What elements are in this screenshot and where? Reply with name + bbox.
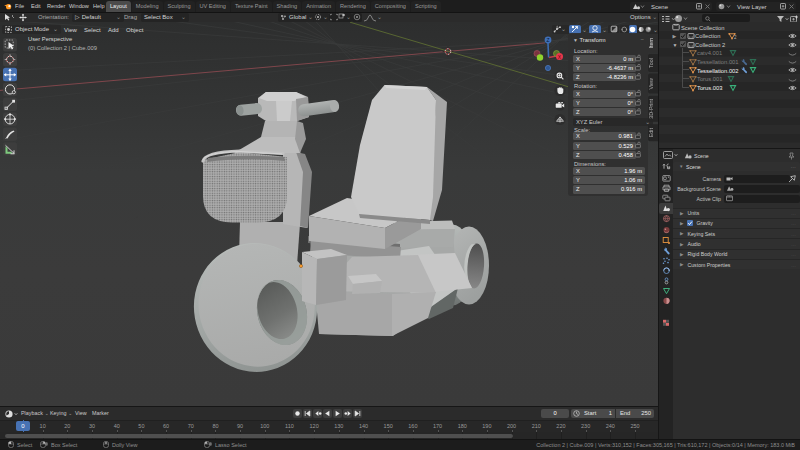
svg-text:Z: Z bbox=[546, 37, 549, 43]
